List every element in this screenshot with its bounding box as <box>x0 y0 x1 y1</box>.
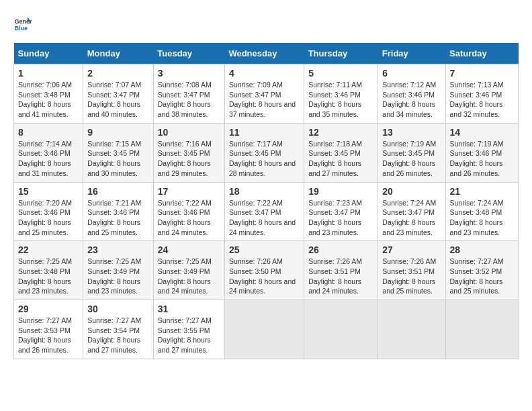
day-number: 4 <box>229 68 300 79</box>
day-number: 16 <box>87 186 149 197</box>
day-number: 2 <box>87 68 149 79</box>
calendar-day-cell: 30 Sunrise: 7:27 AM Sunset: 3:54 PM Dayl… <box>83 300 154 359</box>
day-info: Sunrise: 7:09 AM Sunset: 3:47 PM Dayligh… <box>229 80 300 120</box>
calendar-day-cell: 23 Sunrise: 7:25 AM Sunset: 3:49 PM Dayl… <box>83 241 154 300</box>
day-number: 23 <box>87 244 149 255</box>
calendar-day-cell: 13 Sunrise: 7:19 AM Sunset: 3:45 PM Dayl… <box>378 123 445 182</box>
day-info: Sunrise: 7:26 AM Sunset: 3:51 PM Dayligh… <box>382 257 441 296</box>
calendar-day-cell: 16 Sunrise: 7:21 AM Sunset: 3:46 PM Dayl… <box>83 182 154 241</box>
calendar-header-row: SundayMondayTuesdayWednesdayThursdayFrid… <box>14 43 519 64</box>
day-info: Sunrise: 7:20 AM Sunset: 3:46 PM Dayligh… <box>18 198 79 238</box>
day-info: Sunrise: 7:14 AM Sunset: 3:46 PM Dayligh… <box>18 139 79 179</box>
day-info: Sunrise: 7:12 AM Sunset: 3:46 PM Dayligh… <box>382 80 441 120</box>
calendar-day-cell: 9 Sunrise: 7:15 AM Sunset: 3:45 PM Dayli… <box>83 123 154 182</box>
day-number: 11 <box>229 127 300 138</box>
day-info: Sunrise: 7:27 AM Sunset: 3:52 PM Dayligh… <box>450 257 515 296</box>
day-info: Sunrise: 7:19 AM Sunset: 3:46 PM Dayligh… <box>450 139 515 179</box>
calendar-day-cell: 6 Sunrise: 7:12 AM Sunset: 3:46 PM Dayli… <box>378 64 445 124</box>
day-number: 15 <box>18 186 79 197</box>
day-info: Sunrise: 7:24 AM Sunset: 3:48 PM Dayligh… <box>450 198 515 238</box>
calendar-day-cell: 24 Sunrise: 7:25 AM Sunset: 3:49 PM Dayl… <box>153 241 224 300</box>
day-number: 18 <box>229 186 300 197</box>
calendar-day-cell: 10 Sunrise: 7:16 AM Sunset: 3:45 PM Dayl… <box>153 123 224 182</box>
calendar-day-cell: 1 Sunrise: 7:06 AM Sunset: 3:48 PM Dayli… <box>14 64 83 124</box>
day-info: Sunrise: 7:17 AM Sunset: 3:45 PM Dayligh… <box>229 139 300 179</box>
calendar-day-cell: 22 Sunrise: 7:25 AM Sunset: 3:48 PM Dayl… <box>14 241 83 300</box>
calendar-day-cell <box>304 300 378 359</box>
calendar-day-cell <box>224 300 304 359</box>
calendar-day-cell: 3 Sunrise: 7:08 AM Sunset: 3:47 PM Dayli… <box>153 64 224 124</box>
calendar-day-cell: 27 Sunrise: 7:26 AM Sunset: 3:51 PM Dayl… <box>378 241 445 300</box>
day-number: 21 <box>450 186 515 197</box>
calendar-week-row: 22 Sunrise: 7:25 AM Sunset: 3:48 PM Dayl… <box>14 241 519 300</box>
day-number: 30 <box>87 304 149 314</box>
column-header-wednesday: Wednesday <box>224 43 304 64</box>
column-header-saturday: Saturday <box>445 43 519 64</box>
day-info: Sunrise: 7:22 AM Sunset: 3:47 PM Dayligh… <box>229 198 300 238</box>
day-info: Sunrise: 7:27 AM Sunset: 3:54 PM Dayligh… <box>87 316 149 355</box>
calendar-day-cell: 14 Sunrise: 7:19 AM Sunset: 3:46 PM Dayl… <box>445 123 519 182</box>
day-number: 22 <box>18 244 79 255</box>
day-number: 14 <box>450 127 515 138</box>
calendar-day-cell: 28 Sunrise: 7:27 AM Sunset: 3:52 PM Dayl… <box>445 241 519 300</box>
calendar-day-cell: 25 Sunrise: 7:26 AM Sunset: 3:50 PM Dayl… <box>224 241 304 300</box>
day-number: 17 <box>158 186 220 197</box>
day-info: Sunrise: 7:25 AM Sunset: 3:48 PM Dayligh… <box>18 257 79 296</box>
day-info: Sunrise: 7:16 AM Sunset: 3:45 PM Dayligh… <box>158 139 220 179</box>
day-info: Sunrise: 7:26 AM Sunset: 3:50 PM Dayligh… <box>229 257 300 296</box>
day-info: Sunrise: 7:21 AM Sunset: 3:46 PM Dayligh… <box>87 198 149 238</box>
day-info: Sunrise: 7:08 AM Sunset: 3:47 PM Dayligh… <box>158 80 220 120</box>
day-info: Sunrise: 7:11 AM Sunset: 3:46 PM Dayligh… <box>308 80 373 120</box>
day-number: 19 <box>308 186 373 197</box>
day-number: 13 <box>382 127 441 138</box>
calendar-day-cell: 20 Sunrise: 7:24 AM Sunset: 3:47 PM Dayl… <box>378 182 445 241</box>
column-header-sunday: Sunday <box>14 43 83 64</box>
day-info: Sunrise: 7:23 AM Sunset: 3:47 PM Dayligh… <box>308 198 373 238</box>
calendar-week-row: 29 Sunrise: 7:27 AM Sunset: 3:53 PM Dayl… <box>14 300 519 359</box>
day-number: 9 <box>87 127 149 138</box>
logo-icon: General Blue <box>13 13 32 32</box>
day-number: 31 <box>158 304 220 314</box>
day-number: 29 <box>18 304 79 314</box>
page-header: General Blue <box>13 13 519 32</box>
day-info: Sunrise: 7:22 AM Sunset: 3:46 PM Dayligh… <box>158 198 220 238</box>
calendar-day-cell: 5 Sunrise: 7:11 AM Sunset: 3:46 PM Dayli… <box>304 64 378 124</box>
day-number: 3 <box>158 68 220 79</box>
day-number: 28 <box>450 244 515 255</box>
calendar-day-cell: 19 Sunrise: 7:23 AM Sunset: 3:47 PM Dayl… <box>304 182 378 241</box>
calendar-week-row: 8 Sunrise: 7:14 AM Sunset: 3:46 PM Dayli… <box>14 123 519 182</box>
calendar-day-cell: 29 Sunrise: 7:27 AM Sunset: 3:53 PM Dayl… <box>14 300 83 359</box>
calendar-day-cell: 17 Sunrise: 7:22 AM Sunset: 3:46 PM Dayl… <box>153 182 224 241</box>
calendar-day-cell: 31 Sunrise: 7:27 AM Sunset: 3:55 PM Dayl… <box>153 300 224 359</box>
calendar-day-cell: 18 Sunrise: 7:22 AM Sunset: 3:47 PM Dayl… <box>224 182 304 241</box>
calendar-table: SundayMondayTuesdayWednesdayThursdayFrid… <box>13 43 519 359</box>
day-number: 27 <box>382 244 441 255</box>
day-info: Sunrise: 7:27 AM Sunset: 3:53 PM Dayligh… <box>18 316 79 355</box>
calendar-day-cell <box>378 300 445 359</box>
calendar-day-cell: 11 Sunrise: 7:17 AM Sunset: 3:45 PM Dayl… <box>224 123 304 182</box>
day-number: 24 <box>158 244 220 255</box>
day-info: Sunrise: 7:25 AM Sunset: 3:49 PM Dayligh… <box>87 257 149 296</box>
column-header-friday: Friday <box>378 43 445 64</box>
svg-text:Blue: Blue <box>14 25 28 32</box>
day-info: Sunrise: 7:06 AM Sunset: 3:48 PM Dayligh… <box>18 80 79 120</box>
day-number: 5 <box>308 68 373 79</box>
calendar-day-cell: 15 Sunrise: 7:20 AM Sunset: 3:46 PM Dayl… <box>14 182 83 241</box>
day-number: 26 <box>308 244 373 255</box>
day-info: Sunrise: 7:13 AM Sunset: 3:46 PM Dayligh… <box>450 80 515 120</box>
day-info: Sunrise: 7:19 AM Sunset: 3:45 PM Dayligh… <box>382 139 441 179</box>
day-number: 12 <box>308 127 373 138</box>
calendar-day-cell: 2 Sunrise: 7:07 AM Sunset: 3:47 PM Dayli… <box>83 64 154 124</box>
column-header-thursday: Thursday <box>304 43 378 64</box>
day-info: Sunrise: 7:15 AM Sunset: 3:45 PM Dayligh… <box>87 139 149 179</box>
calendar-day-cell: 26 Sunrise: 7:26 AM Sunset: 3:51 PM Dayl… <box>304 241 378 300</box>
day-info: Sunrise: 7:24 AM Sunset: 3:47 PM Dayligh… <box>382 198 441 238</box>
day-number: 25 <box>229 244 300 255</box>
day-info: Sunrise: 7:26 AM Sunset: 3:51 PM Dayligh… <box>308 257 373 296</box>
calendar-week-row: 1 Sunrise: 7:06 AM Sunset: 3:48 PM Dayli… <box>14 64 519 124</box>
logo: General Blue <box>13 13 32 32</box>
day-info: Sunrise: 7:07 AM Sunset: 3:47 PM Dayligh… <box>87 80 149 120</box>
day-info: Sunrise: 7:18 AM Sunset: 3:45 PM Dayligh… <box>308 139 373 179</box>
calendar-week-row: 15 Sunrise: 7:20 AM Sunset: 3:46 PM Dayl… <box>14 182 519 241</box>
calendar-body: 1 Sunrise: 7:06 AM Sunset: 3:48 PM Dayli… <box>14 64 519 359</box>
